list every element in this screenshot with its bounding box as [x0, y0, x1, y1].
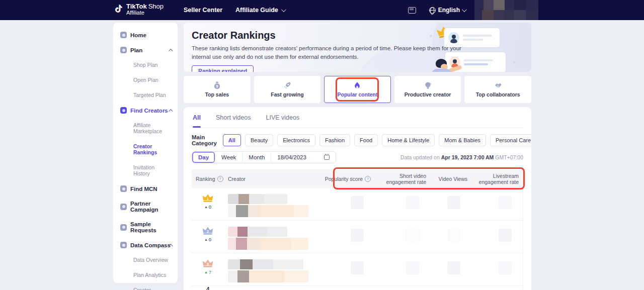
triangle-up-icon: ▲ [204, 238, 208, 241]
category-pill-food[interactable]: Food [354, 134, 378, 146]
sidebar-label: Creator Rankings [133, 143, 172, 155]
period-day-button[interactable]: Day [192, 152, 215, 163]
sidebar-item-open-plan[interactable]: Open Plan [120, 77, 178, 83]
col-label: Video Views [439, 176, 467, 182]
rank-change-value: 0 [209, 237, 211, 242]
card-fast-growing[interactable]: Fast growing [254, 76, 321, 103]
handshake-icon [494, 81, 502, 89]
col-livestream-engagement: Livestream engagement rate [471, 173, 523, 185]
rank-change: ▲7 [204, 269, 211, 275]
sidebar-item-creator-analytics[interactable]: Creator Analytics [120, 287, 178, 290]
triangle-up-icon: ▲ [204, 270, 208, 274]
category-pill-electronics[interactable]: Electronics [277, 134, 315, 146]
creator-cell-redacted[interactable] [224, 188, 319, 217]
period-week-button[interactable]: Week [215, 152, 243, 163]
language-selector[interactable]: English [438, 7, 460, 14]
rank-number: 2 [207, 230, 209, 234]
video-views-cell-redacted [430, 188, 471, 209]
livestream-engagement-cell-redacted [471, 221, 523, 242]
category-pill-all[interactable]: All [223, 134, 241, 146]
triangle-up-icon: ▲ [204, 205, 208, 209]
category-pill-beauty[interactable]: Beauty [245, 134, 273, 146]
sidebar-item-invitation-history[interactable]: Invitation History [120, 164, 178, 176]
table-row[interactable]: 4 [192, 286, 523, 290]
sidebar-item-data-overview[interactable]: Data Overview [120, 257, 178, 263]
card-top-collaborators[interactable]: Top collaborators [464, 76, 531, 103]
popularity-score-cell-redacted [319, 188, 375, 209]
category-pill-mom-babies[interactable]: Mom & Babies [439, 134, 486, 146]
date-picker-field[interactable]: 18/04/2023 [271, 152, 336, 163]
sidebar-item-affiliate-marketplace[interactable]: Affiliate Marketplace [120, 122, 178, 134]
main-content: ✦ ✦ Creator Rankings These ranking lists… [184, 23, 531, 290]
sidebar-item-plan[interactable]: Plan [120, 47, 178, 53]
sidebar-item-find-mcn[interactable]: Find MCN [120, 185, 178, 192]
nav-seller-center-label: Seller Center [184, 7, 222, 14]
category-pill-fashion[interactable]: Fashion [319, 134, 350, 146]
rank-change: ▲0 [204, 204, 211, 210]
video-views-cell-redacted [430, 221, 471, 242]
period-segmented-control: Day Week Month 18/04/2023 [192, 151, 336, 163]
table-row[interactable]: 3 ▲7 [192, 253, 523, 286]
popularity-score-cell-redacted [319, 221, 375, 242]
card-popular-content[interactable]: Popular content [324, 76, 391, 103]
updated-suffix: GMT+07:00 [494, 154, 523, 160]
home-icon [120, 32, 127, 38]
creator-cell-redacted[interactable] [224, 253, 319, 282]
category-pill-home-lifestyle[interactable]: Home & Lifestyle [382, 134, 435, 146]
ranking-type-cards: $ Top sales Fast growing Popular content… [184, 76, 531, 103]
rank-change: ▲0 [204, 237, 211, 242]
sidebar-item-creator-rankings[interactable]: Creator Rankings [120, 143, 178, 155]
sidebar-item-data-compass[interactable]: Data Compass [120, 242, 178, 248]
rank-cell: 2 ▲0 [192, 221, 224, 242]
user-avatar-redacted[interactable] [474, 0, 538, 20]
tab-all[interactable]: All [193, 114, 201, 128]
period-month-button[interactable]: Month [243, 152, 271, 163]
message-icon[interactable] [408, 7, 416, 14]
sidebar-item-plan-analytics[interactable]: Plan Analytics [120, 272, 178, 278]
card-top-sales[interactable]: $ Top sales [184, 76, 251, 103]
sidebar-item-sample-requests[interactable]: Sample Requests [120, 221, 178, 233]
rank-change-value: 7 [209, 269, 211, 275]
gold-crown-icon: 1 [202, 194, 213, 203]
sidebar-label: Creator Analytics [133, 287, 172, 290]
find-creators-icon [120, 107, 127, 114]
tab-short-videos[interactable]: Short videos [216, 114, 251, 128]
sidebar-label: Sample Requests [130, 221, 172, 233]
table-row[interactable]: 2 ▲0 [192, 221, 523, 253]
col-video-views: Video Views [430, 176, 471, 182]
rank-cell: 3 ▲7 [192, 253, 224, 275]
card-label: Top sales [205, 91, 229, 98]
calendar-icon [324, 155, 330, 160]
nav-affiliate-guide[interactable]: Affiliate Guide [235, 0, 285, 20]
sidebar: Home Plan Shop Plan Open Plan Targeted P… [113, 23, 178, 283]
col-label: Creator [228, 176, 246, 182]
sidebar-label: Shop Plan [133, 62, 157, 68]
tiktok-shop-affiliate-logo[interactable]: TikTokShop Affiliate [115, 3, 164, 16]
logo-shop: Shop [148, 3, 164, 10]
partner-campaign-icon [120, 204, 127, 210]
chevron-down-icon[interactable] [462, 7, 467, 12]
tab-live-videos[interactable]: LIVE videos [266, 114, 299, 128]
sparkle-icon: ✦ [512, 60, 516, 65]
sidebar-label: Invitation History [133, 164, 172, 176]
help-icon[interactable]: ? [365, 176, 371, 182]
sidebar-item-partner-campaign[interactable]: Partner Campaign [120, 201, 178, 213]
creator-cell-redacted[interactable] [224, 221, 319, 250]
rank-number: 3 [207, 262, 209, 266]
col-popularity-score: Popularity score? [319, 176, 375, 182]
sidebar-item-home[interactable]: Home [120, 32, 178, 38]
sidebar-label: Plan [130, 47, 142, 53]
logo-affiliate: Affiliate [126, 10, 164, 16]
sidebar-item-find-creators[interactable]: Find Creators [120, 107, 178, 114]
tiktok-note-icon [115, 5, 123, 14]
category-pill-personal-care[interactable]: Personal Care & Health [490, 134, 531, 146]
table-row[interactable]: 1 ▲0 [192, 188, 523, 221]
sidebar-label: Partner Campaign [130, 201, 172, 213]
help-icon[interactable]: ? [217, 176, 223, 182]
card-productive-creator[interactable]: Productive creator [394, 76, 461, 103]
sidebar-item-shop-plan[interactable]: Shop Plan [120, 62, 178, 68]
rank-cell: 4 [192, 286, 224, 290]
nav-seller-center[interactable]: Seller Center [184, 0, 222, 20]
ranking-explained-button[interactable]: Ranking explained [192, 65, 254, 72]
sidebar-item-targeted-plan[interactable]: Targeted Plan [120, 92, 178, 98]
